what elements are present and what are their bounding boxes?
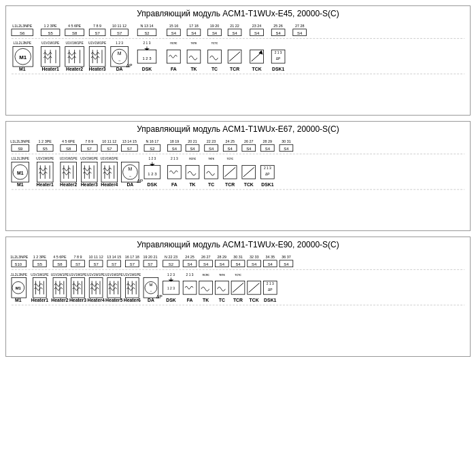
svg-text:DSK1: DSK1 <box>261 182 274 187</box>
svg-text:U1V1W1PE: U1V1W1PE <box>41 41 60 45</box>
svg-text:тктк: тктк <box>208 157 215 160</box>
svg-text:S4: S4 <box>284 147 289 151</box>
svg-text:24 25: 24 25 <box>185 255 194 259</box>
svg-text:ΔP: ΔP <box>156 294 163 299</box>
svg-text:U1V1W1PE: U1V1W1PE <box>60 157 78 160</box>
svg-text:26 27: 26 27 <box>201 255 211 259</box>
svg-text:U1V1W1PE: U1V1W1PE <box>88 41 107 45</box>
svg-text:U1V1W1PE: U1V1W1PE <box>80 157 99 160</box>
svg-text:FA: FA <box>171 67 177 71</box>
svg-rect-83 <box>208 50 222 63</box>
svg-text:S10: S10 <box>15 262 22 266</box>
svg-text:30 31: 30 31 <box>233 255 243 259</box>
svg-text:U1V1W1PE: U1V1W1PE <box>36 157 54 160</box>
svg-text:M: M <box>118 51 122 56</box>
svg-text:DSK1: DSK1 <box>264 298 277 302</box>
svg-text:27 28: 27 28 <box>295 24 305 28</box>
svg-text:L1L2L3NPE: L1L2L3NPE <box>10 255 29 259</box>
svg-text:2 1 3: 2 1 3 <box>264 167 271 170</box>
svg-text:Heater2: Heater2 <box>60 182 77 187</box>
svg-text:S2: S2 <box>144 31 149 35</box>
module-e45-title: Управляющий модуль ACM1-T1WUx-E45, 20000… <box>10 9 466 18</box>
svg-text:S9: S9 <box>18 147 22 151</box>
svg-text:M: M <box>149 283 152 287</box>
svg-text:34 35: 34 35 <box>266 255 275 259</box>
svg-text:17 18: 17 18 <box>189 24 199 28</box>
svg-text:S4: S4 <box>171 31 177 35</box>
svg-text:S2: S2 <box>150 147 154 151</box>
svg-text:1 2 3: 1 2 3 <box>148 157 156 160</box>
svg-text:S4: S4 <box>265 147 271 151</box>
svg-text:ΔP: ΔP <box>268 288 273 292</box>
svg-text:S2: S2 <box>169 262 173 266</box>
svg-text:S4: S4 <box>276 31 282 35</box>
svg-text:TC: TC <box>219 298 225 302</box>
svg-text:28 29: 28 29 <box>263 139 273 143</box>
svg-text:M1: M1 <box>19 54 27 60</box>
svg-text:4 5 6PE: 4 5 6PE <box>62 139 75 143</box>
svg-text:M1: M1 <box>16 286 22 290</box>
svg-rect-312 <box>216 281 229 294</box>
svg-text:U1V1W1PE: U1V1W1PE <box>87 273 105 277</box>
svg-text:S7: S7 <box>107 147 112 151</box>
svg-text:DA: DA <box>126 182 133 187</box>
svg-text:7 8 9: 7 8 9 <box>85 139 93 143</box>
svg-text:S4: S4 <box>228 147 233 151</box>
svg-text:DSK1: DSK1 <box>272 67 285 71</box>
svg-text:TC: TC <box>211 67 218 71</box>
svg-text:ΔP: ΔP <box>276 57 281 60</box>
svg-text:22 23: 22 23 <box>207 139 216 143</box>
svg-text:4 5 6PE: 4 5 6PE <box>68 24 82 28</box>
svg-text:13 14 15: 13 14 15 <box>107 255 121 259</box>
svg-text:пcпc: пcпc <box>170 41 177 45</box>
svg-text:S4: S4 <box>209 147 214 151</box>
svg-text:N 16 17: N 16 17 <box>146 139 158 143</box>
svg-text:S4: S4 <box>190 147 195 151</box>
svg-text:пcпc: пcпc <box>203 273 210 277</box>
svg-text:10 11 12: 10 11 12 <box>112 24 126 28</box>
svg-text:7 8 9: 7 8 9 <box>93 24 101 28</box>
svg-text:Heater2: Heater2 <box>66 67 83 71</box>
svg-text:U1V1W1PE: U1V1W1PE <box>65 41 84 45</box>
svg-text:M1: M1 <box>17 182 24 187</box>
svg-text:Heater2: Heater2 <box>51 298 68 302</box>
svg-text:18 19: 18 19 <box>170 139 180 143</box>
svg-text:тктк: тктк <box>219 273 226 277</box>
svg-text:S8: S8 <box>72 31 78 35</box>
svg-text:S7: S7 <box>148 262 152 266</box>
svg-text:S8: S8 <box>57 262 63 266</box>
svg-text:S7: S7 <box>117 31 122 35</box>
svg-text:Heater3: Heater3 <box>81 182 98 187</box>
svg-rect-310 <box>199 281 213 294</box>
svg-text:L1L2L3NPE: L1L2L3NPE <box>10 273 28 277</box>
svg-text:ΔP: ΔP <box>265 173 270 176</box>
svg-text:28 29: 28 29 <box>218 255 227 259</box>
svg-text:2 1 3: 2 1 3 <box>186 273 194 277</box>
svg-text:10 11 12: 10 11 12 <box>102 139 116 143</box>
svg-text:36 37: 36 37 <box>282 255 291 259</box>
svg-text:S7: S7 <box>112 262 116 266</box>
svg-text:S7: S7 <box>127 147 132 151</box>
svg-text:S4: S4 <box>191 31 197 35</box>
svg-text:26 27: 26 27 <box>244 139 254 143</box>
svg-text:S5: S5 <box>37 262 43 266</box>
svg-text:L1L2L3NPE: L1L2L3NPE <box>12 157 30 160</box>
svg-text:S4: S4 <box>235 262 241 266</box>
svg-text:FA: FA <box>187 298 193 302</box>
svg-text:25 26: 25 26 <box>273 24 283 28</box>
svg-text:~: ~ <box>129 174 132 178</box>
svg-text:30 31: 30 31 <box>282 139 291 143</box>
svg-text:M1: M1 <box>17 171 24 175</box>
svg-text:U1V1W1PE: U1V1W1PE <box>51 273 69 277</box>
svg-text:ΔP: ΔP <box>137 179 143 184</box>
svg-text:L1L2L3NPE: L1L2L3NPE <box>10 139 31 143</box>
svg-text:2 1 3: 2 1 3 <box>267 282 274 285</box>
svg-text:2 1 3: 2 1 3 <box>143 41 151 45</box>
svg-text:U1V1W1PE: U1V1W1PE <box>105 273 124 277</box>
svg-text:S4: S4 <box>172 147 177 151</box>
svg-text:L1L2L3NPE: L1L2L3NPE <box>12 24 33 28</box>
svg-text:M: M <box>129 167 133 171</box>
module-e90-title: Управляющий модуль ACM1-T1WUx-E90, 20000… <box>10 240 466 249</box>
module-e45: Управляющий модуль ACM1-T1WUx-E45, 20000… <box>5 5 471 116</box>
svg-text:Heater3: Heater3 <box>69 298 86 302</box>
